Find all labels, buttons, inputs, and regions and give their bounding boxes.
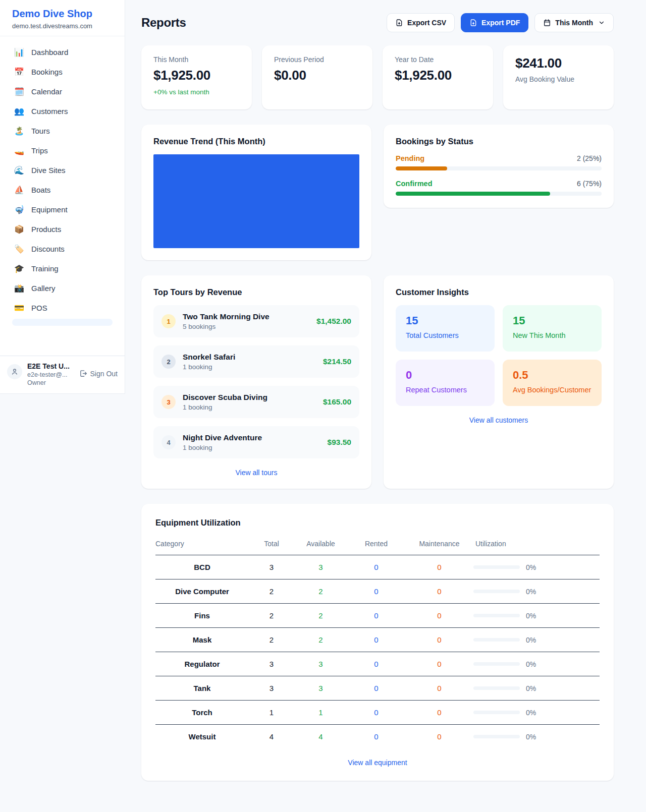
revenue-trend-card: Revenue Trend (This Month) xyxy=(141,125,371,260)
utilization-track xyxy=(473,711,520,714)
view-all-equipment-link[interactable]: View all equipment xyxy=(155,759,600,767)
charts-row: Revenue Trend (This Month) Bookings by S… xyxy=(141,125,614,260)
export-pdf-label: Export PDF xyxy=(481,19,520,27)
bar-chart-icon: 📊 xyxy=(14,47,24,57)
insight-value: 15 xyxy=(513,314,591,327)
insight-label: Repeat Customers xyxy=(406,386,484,394)
rank-badge: 2 xyxy=(162,355,176,369)
stat-delta: +0% vs last month xyxy=(153,88,240,96)
tour-bookings: 5 bookings xyxy=(183,323,309,330)
tour-bookings: 1 booking xyxy=(183,444,320,451)
view-all-customers-link[interactable]: View all customers xyxy=(396,416,602,424)
sidebar-item-dive-sites[interactable]: 🌊 Dive Sites xyxy=(6,160,119,180)
cell-utilization: 0% xyxy=(473,652,600,676)
calendar-icon xyxy=(543,19,551,27)
tour-row: 2 Snorkel Safari 1 booking $214.50 xyxy=(153,345,359,378)
sidebar-item-trips[interactable]: 🚤 Trips xyxy=(6,141,119,160)
sidebar-item-tours[interactable]: 🏝️ Tours xyxy=(6,121,119,141)
tour-name: Night Dive Adventure xyxy=(183,433,320,442)
sidebar-item-label: Training xyxy=(31,264,59,273)
period-label: This Month xyxy=(555,19,593,27)
people-icon: 👥 xyxy=(14,106,24,116)
sidebar-item-label: Gallery xyxy=(31,284,56,293)
sidebar-item-calendar[interactable]: 🗓️ Calendar xyxy=(6,82,119,101)
table-row: Mask 2 2 0 0 0% xyxy=(155,628,600,652)
status-label: Confirmed xyxy=(396,180,433,188)
package-icon: 📦 xyxy=(14,224,24,234)
cell-available: 1 xyxy=(294,701,347,725)
export-csv-button[interactable]: Export CSV xyxy=(387,13,455,32)
sidebar-item-pos[interactable]: 💳 POS xyxy=(6,298,119,318)
sidebar-item-gallery[interactable]: 📸 Gallery xyxy=(6,278,119,298)
sidebar-item-products[interactable]: 📦 Products xyxy=(6,219,119,239)
export-csv-label: Export CSV xyxy=(407,19,446,27)
utilization-percent: 0% xyxy=(526,709,536,717)
cell-category: Dive Computer xyxy=(155,579,249,604)
shop-name: Demo Dive Shop xyxy=(12,8,113,20)
cell-utilization: 0% xyxy=(473,725,600,749)
sidebar-item-dashboard[interactable]: 📊 Dashboard xyxy=(6,42,119,62)
col-maintenance: Maintenance xyxy=(405,536,473,555)
sidebar: Demo Dive Shop demo.test.divestreams.com… xyxy=(0,0,125,394)
sidebar-item-discounts[interactable]: 🏷️ Discounts xyxy=(6,239,119,259)
period-select[interactable]: This Month xyxy=(534,13,614,32)
cell-maintenance: 0 xyxy=(405,555,473,579)
cell-rented: 0 xyxy=(347,579,405,604)
sidebar-item-label: Products xyxy=(31,225,61,234)
insight-avg-bookings: 0.5 Avg Bookings/Customer xyxy=(503,360,602,406)
cell-maintenance: 0 xyxy=(405,701,473,725)
sidebar-item-training[interactable]: 🎓 Training xyxy=(6,259,119,278)
revenue-trend-title: Revenue Trend (This Month) xyxy=(153,137,359,146)
stat-value: $0.00 xyxy=(274,68,360,83)
sidebar-item-boats[interactable]: ⛵ Boats xyxy=(6,180,119,200)
cell-total: 2 xyxy=(249,579,294,604)
utilization-track xyxy=(473,590,520,593)
cell-available: 3 xyxy=(294,676,347,701)
cell-rented: 0 xyxy=(347,628,405,652)
cell-total: 2 xyxy=(249,604,294,628)
view-all-tours-link[interactable]: View all tours xyxy=(153,469,359,477)
stat-card-this-month: This Month $1,925.00 +0% vs last month xyxy=(141,45,252,109)
cell-total: 3 xyxy=(249,676,294,701)
cell-category: Mask xyxy=(155,628,249,652)
col-category: Category xyxy=(155,536,249,555)
insight-repeat-customers: 0 Repeat Customers xyxy=(396,360,495,406)
utilization-track xyxy=(473,565,520,569)
stats-row: This Month $1,925.00 +0% vs last month P… xyxy=(141,45,614,109)
tour-name: Discover Scuba Diving xyxy=(183,393,316,402)
export-pdf-button[interactable]: Export PDF xyxy=(461,13,528,32)
stat-label: This Month xyxy=(153,55,240,64)
sidebar-item-bookings[interactable]: 📅 Bookings xyxy=(6,62,119,82)
stat-label: Avg Booking Value xyxy=(515,75,602,83)
insight-label: New This Month xyxy=(513,331,591,339)
sidebar-item-equipment[interactable]: 🤿 Equipment xyxy=(6,200,119,219)
progress-track xyxy=(396,166,602,170)
utilization-percent: 0% xyxy=(526,636,536,644)
sidebar-item-label: Calendar xyxy=(31,87,62,96)
cell-maintenance: 0 xyxy=(405,604,473,628)
table-row: Torch 1 1 0 0 0% xyxy=(155,701,600,725)
insight-total-customers: 15 Total Customers xyxy=(396,305,495,352)
cell-total: 3 xyxy=(249,555,294,579)
user-role: Owner xyxy=(27,379,74,386)
table-row: Fins 2 2 0 0 0% xyxy=(155,604,600,628)
equipment-utilization-card: Equipment Utilization Category Total Ava… xyxy=(141,504,614,781)
tour-amount: $93.50 xyxy=(328,438,351,447)
insight-value: 15 xyxy=(406,314,484,327)
sidebar-item-customers[interactable]: 👥 Customers xyxy=(6,101,119,121)
tour-name: Two Tank Morning Dive xyxy=(183,312,309,321)
tour-row: 3 Discover Scuba Diving 1 booking $165.0… xyxy=(153,386,359,418)
tour-name: Snorkel Safari xyxy=(183,353,316,362)
rank-badge: 1 xyxy=(162,314,176,328)
table-row: Wetsuit 4 4 0 0 0% xyxy=(155,725,600,749)
credit-card-icon: 💳 xyxy=(14,303,24,313)
graduation-cap-icon: 🎓 xyxy=(14,264,24,273)
tour-bookings: 1 booking xyxy=(183,363,316,371)
sidebar-item-active-partial[interactable] xyxy=(12,319,113,326)
equipment-table: Category Total Available Rented Maintena… xyxy=(155,536,600,748)
stat-card-avg-booking-value: $241.00 Avg Booking Value xyxy=(503,45,614,109)
cell-utilization: 0% xyxy=(473,579,600,604)
sidebar-item-label: POS xyxy=(31,304,47,312)
cell-maintenance: 0 xyxy=(405,579,473,604)
sign-out-button[interactable]: Sign Out xyxy=(79,369,118,378)
